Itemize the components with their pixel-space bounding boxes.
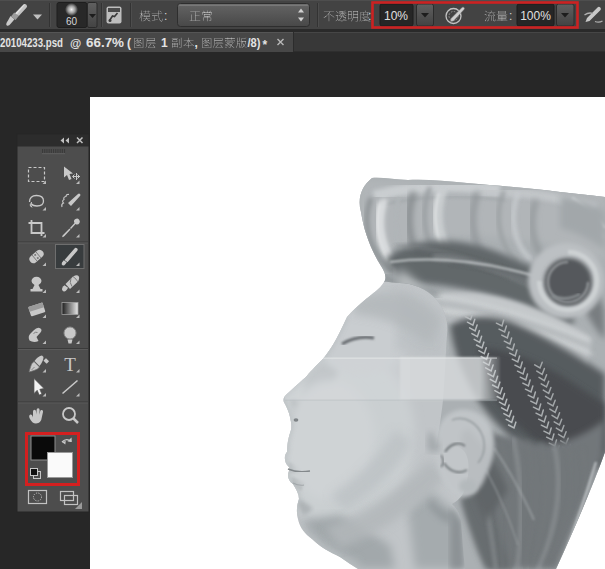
- svg-text:66.7%: 66.7%: [86, 36, 124, 50]
- svg-text:,: ,: [195, 36, 198, 50]
- svg-text:/8): /8): [248, 36, 261, 50]
- svg-text::: :: [164, 9, 167, 23]
- svg-text:100%: 100%: [520, 9, 551, 23]
- svg-text:*: *: [263, 38, 268, 52]
- svg-text:10%: 10%: [384, 9, 408, 23]
- svg-text:60: 60: [66, 16, 78, 27]
- svg-text:20104233.psd: 20104233.psd: [0, 36, 63, 50]
- svg-text:@: @: [70, 37, 81, 49]
- svg-text::: :: [368, 9, 371, 23]
- svg-text::: :: [509, 9, 512, 23]
- svg-text:T: T: [64, 354, 76, 375]
- svg-text:1: 1: [161, 36, 168, 50]
- svg-text:(: (: [127, 36, 131, 50]
